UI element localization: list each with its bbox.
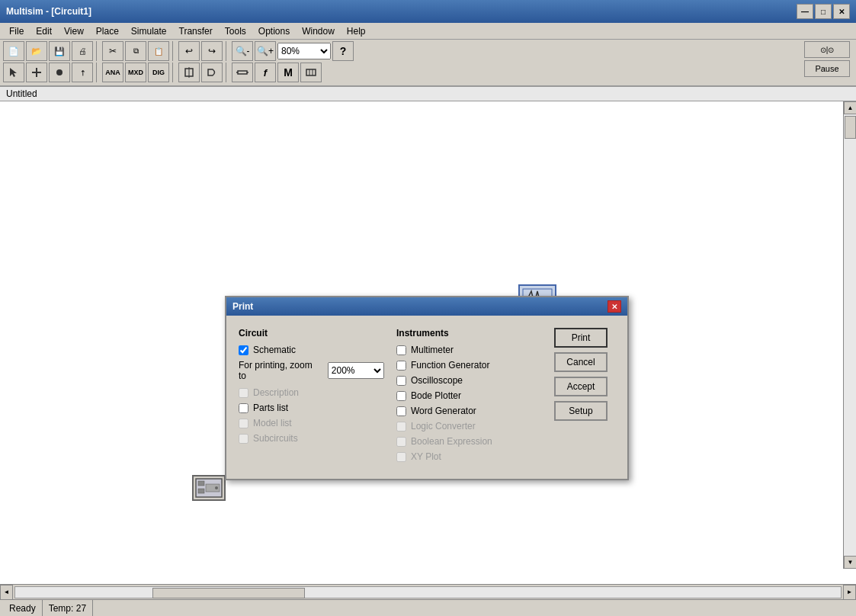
bode-plotter-checkbox[interactable] — [396, 391, 406, 401]
menu-window[interactable]: Window — [296, 24, 341, 38]
oscilloscope-row: Oscilloscope — [396, 375, 542, 386]
tb-copy-btn[interactable]: ⧉ — [125, 41, 146, 61]
tb-label-btn[interactable]: ↗ — [72, 63, 93, 82]
zoom-select[interactable]: 80% 100% 150% 200% — [277, 43, 331, 59]
toolbar-area: 📄 📂 💾 🖨 ✂ ⧉ 📋 ↩ ↪ 🔍- — [0, 40, 856, 87]
tb-paste-btn[interactable]: 📋 — [148, 41, 169, 61]
word-generator-checkbox[interactable] — [396, 406, 406, 416]
boolean-expression-checkbox[interactable] — [396, 437, 406, 447]
scroll-left-button[interactable]: ◄ — [0, 585, 13, 600]
bottom-scroll-thumb[interactable] — [152, 588, 305, 598]
xy-plot-label: XY Plot — [411, 451, 441, 462]
tb-digit-btn[interactable]: DIG — [148, 63, 169, 82]
multimeter-label: Multimeter — [411, 345, 454, 355]
multimeter-checkbox[interactable] — [396, 345, 406, 355]
tb-open-btn[interactable]: 📂 — [26, 41, 47, 61]
menu-edit[interactable]: Edit — [30, 24, 58, 38]
minimize-button[interactable]: — — [797, 4, 813, 19]
tb-m-btn[interactable]: M — [277, 63, 299, 82]
tb-zoom-out-btn[interactable]: 🔍- — [232, 41, 253, 61]
accept-button[interactable]: Accept — [554, 377, 608, 396]
function-generator-label: Function Generator — [411, 360, 489, 371]
tb-ana-btn[interactable]: ANA — [102, 63, 123, 82]
dialog-body: Circuit Schematic For printing, zoom to … — [226, 316, 627, 479]
menu-file[interactable]: File — [3, 24, 30, 38]
status-bar: Ready Temp: 27 — [0, 599, 856, 616]
junction-icon — [53, 66, 66, 79]
tb-separator-3 — [226, 41, 229, 61]
gate-icon — [206, 66, 218, 79]
bottom-scrollbar[interactable]: ◄ ► — [0, 584, 856, 599]
description-label: Description — [253, 387, 299, 398]
tb-junction-btn[interactable] — [49, 63, 70, 82]
menu-view[interactable]: View — [58, 24, 90, 38]
tb-f-btn[interactable]: f — [255, 63, 276, 82]
menu-options[interactable]: Options — [252, 24, 296, 38]
schematic-row: Schematic — [239, 345, 384, 355]
tb-new-btn[interactable]: 📄 — [3, 41, 24, 61]
boolean-expression-row: Boolean Expression — [396, 436, 542, 447]
circuit-section: Circuit Schematic For printing, zoom to … — [239, 328, 384, 467]
toolbar-row-1: 📄 📂 💾 🖨 ✂ ⧉ 📋 ↩ ↪ 🔍- — [3, 41, 853, 61]
zoom-row: For printing, zoom to 200% 100% 150% 250… — [239, 360, 384, 381]
tb-select-btn[interactable] — [3, 63, 24, 82]
tb-save-btn[interactable]: 💾 — [49, 41, 70, 61]
cancel-button[interactable]: Cancel — [554, 352, 608, 372]
close-button[interactable]: ✕ — [833, 4, 850, 19]
menu-help[interactable]: Help — [341, 24, 372, 38]
tb-redo-btn[interactable]: ↪ — [201, 41, 223, 61]
tb-mixed-btn[interactable]: MXD — [125, 63, 146, 82]
status-temp: Temp: 27 — [43, 600, 93, 616]
description-row: Description — [239, 387, 384, 398]
svg-rect-5 — [238, 71, 247, 74]
model-list-label: Model list — [253, 418, 292, 428]
description-checkbox[interactable] — [239, 388, 248, 398]
menu-tools[interactable]: Tools — [219, 24, 252, 38]
canvas-area[interactable]: ▲ ▼ Print ✕ Circuit — [0, 101, 856, 584]
menu-transfer[interactable]: Transfer — [173, 24, 219, 38]
setup-button[interactable]: Setup — [554, 401, 608, 421]
boolean-expression-label: Boolean Expression — [411, 436, 492, 447]
zoom-label: For printing, zoom to — [239, 360, 322, 381]
function-generator-checkbox[interactable] — [396, 361, 406, 371]
tb-separator-4 — [96, 63, 99, 82]
model-list-checkbox[interactable] — [239, 419, 248, 428]
tb-undo-btn[interactable]: ↩ — [178, 41, 200, 61]
menu-place[interactable]: Place — [90, 24, 125, 38]
tb-source-btn[interactable] — [178, 63, 200, 82]
tb-misc-btn[interactable] — [300, 63, 322, 82]
menu-simulate[interactable]: Simulate — [125, 24, 173, 38]
tb-zoom-in-btn[interactable]: 🔍+ — [255, 41, 276, 61]
logic-converter-checkbox[interactable] — [396, 422, 406, 432]
bottom-scroll-track[interactable] — [14, 586, 842, 598]
tb-gate-btn[interactable] — [201, 63, 223, 82]
oscilloscope-checkbox[interactable] — [396, 376, 406, 386]
tb-separator-6 — [226, 63, 229, 82]
parts-list-checkbox[interactable] — [239, 403, 248, 413]
xy-plot-checkbox[interactable] — [396, 452, 406, 462]
tb-component-btn[interactable] — [232, 63, 253, 82]
tb-wire-btn[interactable] — [26, 63, 47, 82]
tb-cut-btn[interactable]: ✂ — [102, 41, 123, 61]
main-area: Untitled ▲ — [0, 87, 856, 599]
subcircuits-checkbox[interactable] — [239, 434, 248, 444]
help-button[interactable]: ? — [332, 41, 354, 61]
dialog-buttons: Print Cancel Accept Setup — [554, 328, 615, 467]
component-icon — [236, 66, 248, 79]
zoom-dropdown[interactable]: 200% 100% 150% 250% 300% — [328, 362, 384, 379]
function-generator-row: Function Generator — [396, 360, 542, 371]
print-button[interactable]: Print — [554, 328, 608, 348]
dialog-close-button[interactable]: ✕ — [608, 300, 621, 313]
source-icon — [183, 66, 195, 79]
misc-icon — [305, 66, 317, 79]
maximize-button[interactable]: □ — [815, 4, 832, 19]
tb-print-btn[interactable]: 🖨 — [72, 41, 93, 61]
pause-button[interactable]: Pause — [804, 60, 850, 77]
instruments-section: Instruments Multimeter Function Generato… — [396, 328, 542, 467]
parts-list-row: Parts list — [239, 403, 384, 413]
subcircuits-row: Subcircuits — [239, 433, 384, 444]
toolbar-row-2: ↗ ANA MXD DIG f M — [3, 63, 853, 82]
scroll-right-button[interactable]: ► — [843, 585, 856, 600]
schematic-checkbox[interactable] — [239, 345, 248, 355]
app-title: Multisim - [Circuit1] — [6, 6, 91, 17]
